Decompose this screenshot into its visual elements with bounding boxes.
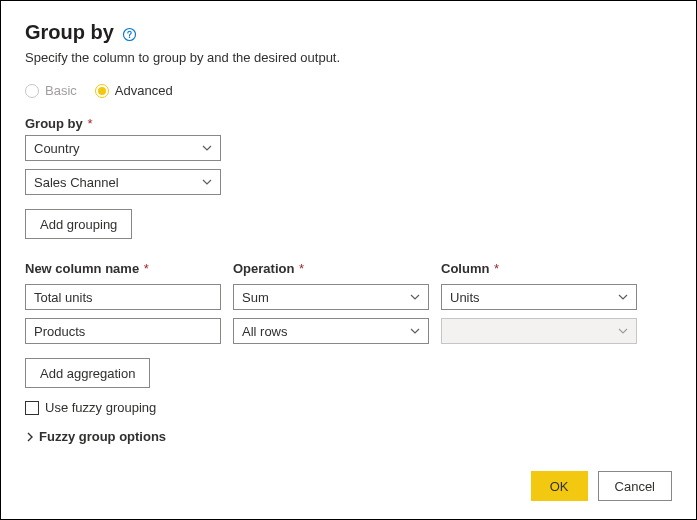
radio-icon — [95, 84, 109, 98]
new-column-name-label: New column name * — [25, 261, 221, 276]
group-by-dialog: Group by Specify the column to group by … — [0, 0, 697, 520]
checkbox-icon[interactable] — [25, 401, 39, 415]
cancel-button[interactable]: Cancel — [598, 471, 672, 501]
new-column-name-input[interactable]: Products — [25, 318, 221, 344]
radio-advanced[interactable]: Advanced — [95, 83, 173, 98]
new-column-name-input[interactable]: Total units — [25, 284, 221, 310]
use-fuzzy-label: Use fuzzy grouping — [45, 400, 156, 415]
chevron-down-icon — [202, 177, 212, 187]
dialog-title: Group by — [25, 21, 114, 44]
chevron-down-icon — [618, 292, 628, 302]
groupby-column-dropdown[interactable]: Sales Channel — [25, 169, 221, 195]
operation-dropdown[interactable]: Sum — [233, 284, 429, 310]
chevron-down-icon — [410, 292, 420, 302]
dialog-subtitle: Specify the column to group by and the d… — [25, 50, 672, 65]
dialog-footer: OK Cancel — [531, 471, 672, 501]
aggregations-header: New column name * Operation * Column * — [25, 261, 672, 280]
help-icon[interactable] — [122, 27, 138, 43]
dropdown-value: All rows — [242, 324, 288, 339]
fuzzy-options-label: Fuzzy group options — [39, 429, 166, 444]
fuzzy-options-expander[interactable]: Fuzzy group options — [25, 429, 672, 444]
operation-label: Operation * — [233, 261, 429, 276]
input-value: Products — [34, 324, 85, 339]
radio-basic[interactable]: Basic — [25, 83, 77, 98]
use-fuzzy-row[interactable]: Use fuzzy grouping — [25, 400, 672, 415]
groupby-columns-stack: Country Sales Channel — [25, 135, 672, 195]
chevron-down-icon — [202, 143, 212, 153]
column-dropdown[interactable]: Units — [441, 284, 637, 310]
add-grouping-button[interactable]: Add grouping — [25, 209, 132, 239]
aggregations-section: New column name * Operation * Column * T… — [25, 261, 672, 388]
dropdown-value: Units — [450, 290, 480, 305]
ok-button[interactable]: OK — [531, 471, 588, 501]
groupby-column-dropdown[interactable]: Country — [25, 135, 221, 161]
radio-icon — [25, 84, 39, 98]
mode-radio-group: Basic Advanced — [25, 83, 672, 98]
operation-dropdown[interactable]: All rows — [233, 318, 429, 344]
aggregation-row: Products All rows — [25, 318, 672, 344]
svg-point-1 — [129, 37, 131, 39]
dropdown-value: Sum — [242, 290, 269, 305]
aggregations-rows-stack: Total units Sum Units Products — [25, 284, 672, 344]
chevron-down-icon — [618, 326, 628, 336]
radio-advanced-label: Advanced — [115, 83, 173, 98]
column-label: Column * — [441, 261, 637, 276]
chevron-right-icon — [25, 432, 35, 442]
column-dropdown-disabled — [441, 318, 637, 344]
radio-basic-label: Basic — [45, 83, 77, 98]
input-value: Total units — [34, 290, 93, 305]
groupby-label: Group by * — [25, 116, 672, 131]
dropdown-value: Country — [34, 141, 80, 156]
dropdown-value: Sales Channel — [34, 175, 119, 190]
groupby-section: Group by * Country Sales Channel Add gro… — [25, 116, 672, 239]
add-aggregation-button[interactable]: Add aggregation — [25, 358, 150, 388]
chevron-down-icon — [410, 326, 420, 336]
title-row: Group by — [25, 21, 672, 44]
aggregation-row: Total units Sum Units — [25, 284, 672, 310]
